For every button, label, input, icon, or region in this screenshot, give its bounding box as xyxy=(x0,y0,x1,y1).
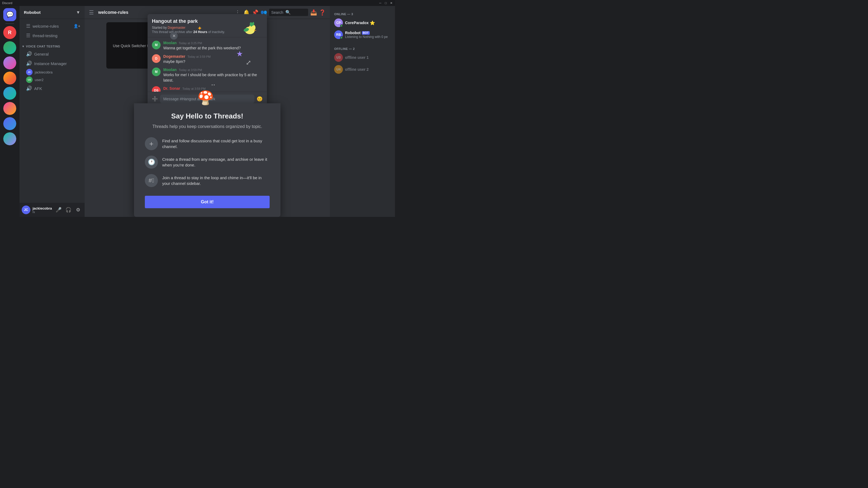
member-info-offline-2: offline user 2 xyxy=(345,67,391,72)
welcome-rules-add-icon[interactable]: 👤+ xyxy=(73,24,80,28)
thread-author-link[interactable]: Dogemaster xyxy=(167,26,185,30)
message-4-time: Today at 3:59 PM xyxy=(182,87,206,90)
category-voice-chat-testing[interactable]: ▼ VOICE CHAT TESTING xyxy=(20,40,85,49)
message-1-content: Moolan Today at 3:25 PM Wanna get togeth… xyxy=(163,41,262,51)
member-item-robobot[interactable]: RB Robobot BOT Listening to Nothing with… xyxy=(332,29,393,41)
channel-name-welcome-rules: welcome-rules xyxy=(33,24,59,29)
channel-item-afk[interactable]: 🔊 AFK xyxy=(22,84,83,93)
server-header[interactable]: Robobot ▼ xyxy=(20,6,85,19)
server-list: 💬 R xyxy=(0,6,20,217)
member-avatar-offline-2: U4 xyxy=(334,65,343,74)
current-user-name: jackiecobra xyxy=(33,206,52,210)
search-bar[interactable]: Search 🔍 xyxy=(269,9,308,16)
member-item-offline-2[interactable]: U4 offline user 2 xyxy=(332,63,393,75)
threads-modal-subtitle: Threads help you keep conversations orga… xyxy=(145,124,270,130)
message-4-avatar: DS xyxy=(152,86,161,92)
message-4-content: Dr. Sonar Today at 3:59 PM Yay! I also h… xyxy=(163,86,262,92)
thread-archive-notice: This thread will archive after 24 Hours … xyxy=(152,30,262,34)
server-icon-purple[interactable] xyxy=(3,56,16,69)
feature-item-2: 🕐 Create a thread from any message, and … xyxy=(145,156,270,169)
server-icon-teal[interactable] xyxy=(3,87,16,100)
title-bar: Discord ─ □ ✕ xyxy=(0,0,395,6)
thread-panel-close-button[interactable]: ✕ xyxy=(170,32,178,40)
message-2-header: Dogemaster Today at 3:59 PM xyxy=(163,54,262,59)
message-2-time: Today at 3:59 PM xyxy=(187,55,211,58)
inbox-icon[interactable]: 📥 xyxy=(310,9,317,16)
member-avatar-robobot: RB xyxy=(334,30,343,39)
offline-section-title: OFFLINE — 2 xyxy=(332,45,393,52)
message-4-header: Dr. Sonar Today at 3:59 PM xyxy=(163,86,262,91)
message-1-author: Moolan xyxy=(163,41,177,45)
channel-name-afk: AFK xyxy=(34,86,42,91)
message-2-avatar: D xyxy=(152,54,161,63)
server-dropdown-icon[interactable]: ▼ xyxy=(76,10,80,15)
got-it-button[interactable]: Got it! xyxy=(145,196,270,208)
window-controls[interactable]: ─ □ ✕ xyxy=(379,1,393,5)
thread-panel: Hangout at the park Started by Dogemaste… xyxy=(148,14,267,106)
thread-message-3: M Moolan Today at 3:59 PM Works for me! … xyxy=(152,67,262,83)
channel-item-general-voice[interactable]: 🔊 General xyxy=(22,50,83,59)
member-item-offline-1[interactable]: U3 offline user 1 xyxy=(332,52,393,63)
footer-icons: 🎤 🎧 ⚙ xyxy=(54,205,83,214)
message-3-content: Moolan Today at 3:59 PM Works for me! I … xyxy=(163,67,262,83)
current-user-avatar: JC xyxy=(22,205,30,214)
member-info-coreparadox: CoreParadox ⭐ xyxy=(345,20,391,26)
thread-emoji-icon[interactable]: 😊 xyxy=(257,96,262,102)
channel-item-thread-testing[interactable]: ☰ thread-testing xyxy=(22,31,83,40)
sidebar-footer: JC jackiecobra hi 🎤 🎧 ⚙ xyxy=(20,203,85,217)
right-panel: ONLINE — 3 CP CoreParadox ⭐ RB Ro xyxy=(330,6,395,217)
current-user-info: jackiecobra hi xyxy=(33,206,52,214)
channel-name-thread-testing: thread-testing xyxy=(33,33,58,38)
voice-user-2-avatar: U2 xyxy=(26,76,33,83)
headphones-icon[interactable]: 🎧 xyxy=(64,205,73,214)
channel-item-welcome-rules[interactable]: ☰ welcome-rules 👤+ xyxy=(22,22,83,31)
server-icon-extra3[interactable] xyxy=(3,132,16,145)
channel-name-general: General xyxy=(34,52,49,56)
text-channel-icon-2: ☰ xyxy=(26,33,30,38)
online-status-dot-coreparadox xyxy=(340,24,343,27)
message-2-text: maybe 8pm? xyxy=(163,59,262,65)
thread-message-input[interactable]: Message #Hangout at the park xyxy=(160,95,254,103)
maximize-button[interactable]: □ xyxy=(384,1,388,5)
channel-item-instance-manager[interactable]: 🔊 Instance Manager xyxy=(22,59,83,68)
voice-user-2[interactable]: U2 user2 xyxy=(20,76,85,84)
voice-user-1[interactable]: JC jackiecobra xyxy=(20,68,85,76)
member-info-offline-1: offline user 1 xyxy=(345,55,391,60)
server-icon-green[interactable] xyxy=(3,41,16,54)
app-container: 💬 R Robobot ▼ xyxy=(0,6,395,217)
server-icon-extra2[interactable] xyxy=(3,117,16,130)
server-icon-orange[interactable] xyxy=(3,72,16,85)
server-icon-r[interactable]: R xyxy=(3,26,16,39)
member-name-offline-2: offline user 2 xyxy=(345,67,369,72)
help-icon[interactable]: ❓ xyxy=(319,9,326,16)
thread-title: Hangout at the park xyxy=(152,19,262,24)
feature-clock-icon: 🕐 xyxy=(145,156,158,169)
microphone-icon[interactable]: 🎤 xyxy=(54,205,63,214)
message-1-time: Today at 3:25 PM xyxy=(179,41,202,45)
thread-message-4: DS Dr. Sonar Today at 3:59 PM Yay! I als… xyxy=(152,86,262,92)
settings-icon[interactable]: ⚙ xyxy=(74,205,83,214)
feature-thread-icon: #⃣ xyxy=(145,174,158,187)
search-text: Search xyxy=(271,10,283,14)
voice-user-1-avatar: JC xyxy=(26,69,33,75)
thread-message-2: D Dogemaster Today at 3:59 PM maybe 8pm? xyxy=(152,54,262,65)
message-3-time: Today at 3:59 PM xyxy=(179,68,202,72)
threads-modal: Say Hello to Threads! Threads help you k… xyxy=(134,103,280,217)
text-channel-icon: ☰ xyxy=(26,23,30,29)
minimize-button[interactable]: ─ xyxy=(379,1,382,5)
message-2-content: Dogemaster Today at 3:59 PM maybe 8pm? xyxy=(163,54,262,65)
server-icon-discord-home[interactable]: 💬 xyxy=(3,8,16,21)
category-collapse-icon: ▼ xyxy=(22,45,25,48)
member-name-robobot: Robobot xyxy=(345,31,361,35)
channel-sidebar: Robobot ▼ ☰ welcome-rules 👤+ ☰ thread-te… xyxy=(20,6,85,217)
member-name-offline-1: offline user 1 xyxy=(345,55,369,60)
thread-add-icon[interactable]: ➕ xyxy=(152,96,158,102)
close-button[interactable]: ✕ xyxy=(390,1,393,5)
feature-list: + Find and follow discussions that could… xyxy=(145,137,270,187)
member-item-coreparadox[interactable]: CP CoreParadox ⭐ xyxy=(332,17,393,29)
member-avatar-coreparadox: CP xyxy=(334,19,343,27)
server-icon-extra1[interactable] xyxy=(3,102,16,115)
message-1-text: Wanna get together at the park this week… xyxy=(163,45,262,51)
thread-messages: M Moolan Today at 3:25 PM Wanna get toge… xyxy=(148,37,267,92)
sidebar-content: ☰ welcome-rules 👤+ ☰ thread-testing ▼ VO… xyxy=(20,19,85,203)
